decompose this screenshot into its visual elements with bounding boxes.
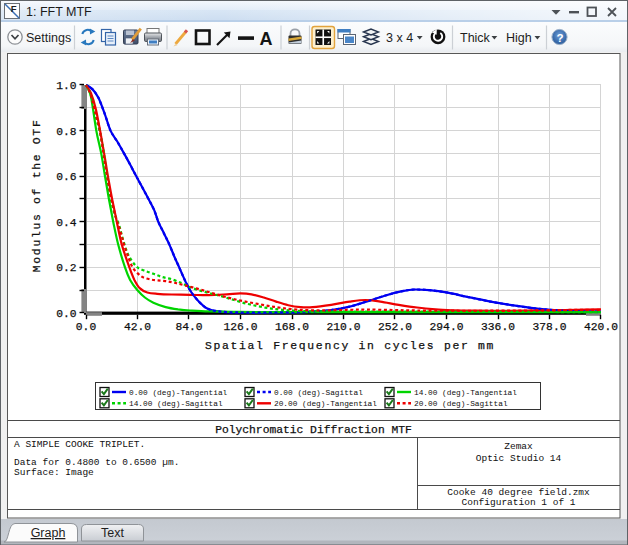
- svg-text:3 x 4: 3 x 4: [386, 31, 413, 45]
- svg-text:1.0: 1.0: [56, 80, 77, 92]
- svg-text:14.00 (deg)-Tangential: 14.00 (deg)-Tangential: [414, 389, 517, 397]
- svg-text:84.0: 84.0: [175, 321, 202, 333]
- svg-text:0.6: 0.6: [56, 171, 77, 183]
- svg-text:0.8: 0.8: [56, 126, 77, 138]
- svg-text:0.0: 0.0: [76, 321, 97, 333]
- svg-text:Configuration 1 of 1: Configuration 1 of 1: [461, 497, 575, 508]
- svg-text:378.0: 378.0: [533, 321, 567, 333]
- svg-text:252.0: 252.0: [378, 321, 412, 333]
- svg-text:0.4: 0.4: [56, 217, 77, 229]
- svg-text:A: A: [260, 29, 273, 49]
- svg-text:336.0: 336.0: [481, 321, 515, 333]
- svg-text:168.0: 168.0: [275, 321, 309, 333]
- svg-text:210.0: 210.0: [327, 321, 361, 333]
- svg-text:Zemax: Zemax: [504, 441, 533, 452]
- svg-text:Modulus of the OTF: Modulus of the OTF: [31, 119, 43, 273]
- svg-text:Polychromatic Diffraction MTF: Polychromatic Diffraction MTF: [215, 424, 412, 436]
- svg-text:0.00 (deg)-Tangential: 0.00 (deg)-Tangential: [129, 389, 228, 397]
- svg-text:High: High: [506, 31, 532, 45]
- svg-text:14.00 (deg)-Sagittal: 14.00 (deg)-Sagittal: [129, 400, 223, 408]
- svg-text:Graph: Graph: [31, 526, 66, 540]
- svg-text:0.2: 0.2: [56, 262, 76, 274]
- svg-text:A SIMPLE COOKE TRIPLET.: A SIMPLE COOKE TRIPLET.: [14, 439, 145, 450]
- svg-text:294.0: 294.0: [430, 321, 464, 333]
- svg-text:0.0: 0.0: [56, 308, 77, 320]
- svg-text:Surface: Image: Surface: Image: [14, 467, 94, 478]
- svg-text:?: ?: [557, 32, 564, 44]
- svg-text:Settings: Settings: [26, 31, 71, 45]
- svg-text:Thick: Thick: [460, 31, 491, 45]
- svg-text:Text: Text: [101, 526, 124, 540]
- svg-text:42.0: 42.0: [124, 321, 151, 333]
- svg-text:1: FFT MTF: 1: FFT MTF: [26, 5, 92, 19]
- svg-text:20.00 (deg)-Sagittal: 20.00 (deg)-Sagittal: [414, 400, 508, 408]
- svg-text:420.0: 420.0: [584, 321, 618, 333]
- svg-text:126.0: 126.0: [224, 321, 258, 333]
- svg-text:Spatial Frequency in cycles pe: Spatial Frequency in cycles per mm: [205, 340, 495, 352]
- svg-text:F: F: [11, 3, 17, 14]
- svg-text:0.00 (deg)-Sagittal: 0.00 (deg)-Sagittal: [274, 389, 363, 397]
- svg-text:Optic Studio 14: Optic Studio 14: [476, 453, 562, 464]
- svg-text:20.00 (deg)-Tangential: 20.00 (deg)-Tangential: [274, 400, 377, 408]
